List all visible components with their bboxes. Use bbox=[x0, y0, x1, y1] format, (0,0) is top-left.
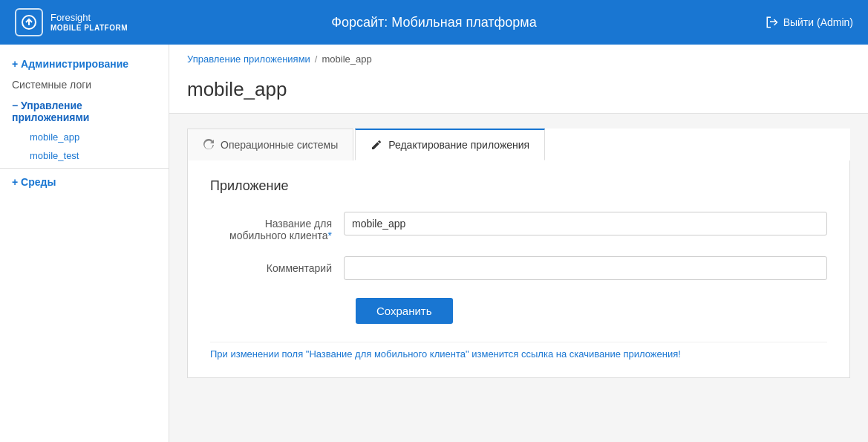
logo-bottom: MOBILE PLATFORM bbox=[50, 24, 128, 33]
logo: Foresight MOBILE PLATFORM bbox=[15, 8, 128, 36]
breadcrumb-separator: / bbox=[315, 53, 318, 65]
required-asterisk: * bbox=[328, 230, 332, 241]
tab-os-label: Операционные системы bbox=[221, 139, 338, 151]
breadcrumb-area: Управление приложениями / mobile_app mob… bbox=[169, 45, 868, 114]
main-content: Управление приложениями / mobile_app mob… bbox=[169, 45, 868, 442]
form-label-name: Название для мобильного клиента* bbox=[210, 212, 344, 241]
form-row-name: Название для мобильного клиента* bbox=[210, 212, 827, 241]
logo-text: Foresight MOBILE PLATFORM bbox=[50, 12, 128, 33]
comment-input[interactable] bbox=[344, 256, 827, 280]
refresh-icon bbox=[203, 139, 215, 151]
logo-icon bbox=[15, 8, 43, 36]
form-card: Приложение Название для мобильного клиен… bbox=[187, 160, 850, 378]
logout-label: Выйти (Admin) bbox=[783, 16, 853, 28]
form-row-comment: Комментарий bbox=[210, 256, 827, 280]
layout: + Администрирование Системные логи − Упр… bbox=[0, 45, 868, 442]
sidebar-item-app-management[interactable]: − Управление приложениями bbox=[0, 95, 169, 128]
logo-top: Foresight bbox=[50, 12, 128, 24]
breadcrumb: Управление приложениями / mobile_app bbox=[187, 53, 850, 65]
header-title: Форсайт: Мобильная платформа bbox=[331, 15, 537, 30]
sidebar-item-admin[interactable]: + Администрирование bbox=[0, 53, 169, 74]
sidebar-divider bbox=[0, 168, 169, 169]
save-button[interactable]: Сохранить bbox=[356, 298, 453, 324]
form-section-title: Приложение bbox=[210, 178, 827, 194]
form-label-comment: Комментарий bbox=[210, 256, 344, 274]
sidebar-item-mobile-test[interactable]: mobile_test bbox=[0, 146, 169, 165]
tab-edit-label: Редактирование приложения bbox=[388, 139, 529, 151]
sidebar-item-mobile-app[interactable]: mobile_app bbox=[0, 128, 169, 146]
name-input[interactable] bbox=[344, 212, 827, 235]
tabs: Операционные системы Редактирование прил… bbox=[187, 129, 850, 160]
sidebar-item-system-logs[interactable]: Системные логи bbox=[0, 74, 169, 95]
header: Foresight MOBILE PLATFORM Форсайт: Мобил… bbox=[0, 0, 868, 45]
logout-button[interactable]: Выйти (Admin) bbox=[766, 16, 853, 29]
breadcrumb-current: mobile_app bbox=[322, 53, 371, 65]
edit-icon bbox=[371, 139, 382, 151]
sidebar: + Администрирование Системные логи − Упр… bbox=[0, 45, 169, 442]
form-note: При изменении поля "Название для мобильн… bbox=[210, 342, 827, 360]
page-title: mobile_app bbox=[187, 72, 850, 113]
tab-edit[interactable]: Редактирование приложения bbox=[355, 129, 545, 160]
breadcrumb-parent[interactable]: Управление приложениями bbox=[187, 53, 310, 65]
tab-os[interactable]: Операционные системы bbox=[187, 129, 353, 160]
content-area: Операционные системы Редактирование прил… bbox=[169, 114, 868, 393]
sidebar-item-environments[interactable]: + Среды bbox=[0, 172, 169, 192]
